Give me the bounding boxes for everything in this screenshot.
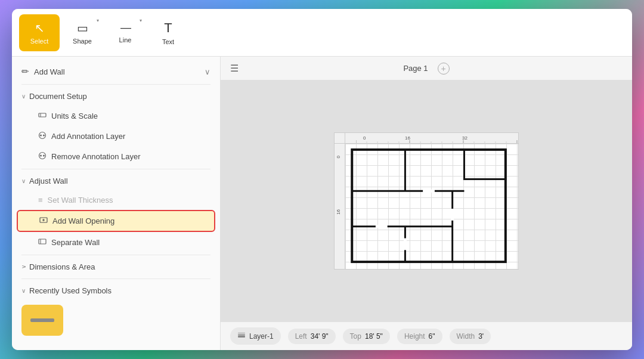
tool-shape[interactable]: ▾ ▭ Shape — [62, 14, 103, 51]
set-wall-thickness-icon: ≡ — [38, 196, 43, 205]
divider-2 — [21, 169, 210, 169]
sidebar-item-separate-wall[interactable]: Separate Wall — [17, 233, 215, 252]
svg-rect-42 — [238, 332, 245, 334]
ruler-left: 0 16 — [335, 144, 345, 269]
dimensions-area-chevron: ∨ — [20, 265, 27, 269]
svg-rect-29 — [352, 150, 506, 262]
add-wall-left: ✏ Add Wall — [21, 66, 65, 77]
width-label: Width — [457, 332, 475, 341]
add-annotation-icon — [38, 131, 47, 141]
section-adjust-wall-header[interactable]: ∨ Adjust Wall — [12, 172, 220, 190]
tool-text[interactable]: T Text — [148, 14, 188, 51]
canvas-area: ☰ Page 1 + 0 16 32 — [221, 57, 632, 350]
left-label: Left — [295, 332, 307, 341]
separate-wall-label: Separate Wall — [51, 238, 100, 247]
tool-line-label: Line — [119, 36, 132, 44]
add-wall-chevron: ∨ — [205, 67, 210, 76]
sidebar-item-units-scale[interactable]: Units & Scale — [17, 106, 215, 126]
top-label: Top — [350, 332, 361, 341]
add-wall-opening-label: Add Wall Opening — [52, 216, 114, 225]
height-label: Height — [404, 332, 425, 341]
main-content: ✏ Add Wall ∨ ∨ Document Setup — [12, 57, 632, 350]
section-adjust-wall-label: Adjust Wall — [29, 177, 68, 185]
shape-dropdown-icon: ▾ — [97, 18, 99, 23]
add-wall-label: Add Wall — [34, 67, 65, 76]
sidebar-item-add-annotation[interactable]: Add Annotation Layer — [17, 126, 215, 146]
section-document-setup-label: Document Setup — [29, 92, 87, 101]
toolbar: ↖ Select ▾ ▭ Shape ▾ — Line T Text — [12, 9, 632, 57]
adjust-wall-chevron: ∨ — [21, 178, 26, 184]
ruler-left-label-0: 0 — [336, 156, 341, 158]
floor-plan-drawing — [345, 144, 518, 269]
status-top: Top 18' 5" — [343, 329, 390, 344]
section-recently-used: ∨ Recently Used Symbols — [12, 281, 220, 336]
status-bar: Layer-1 Left 34' 9" Top 18' 5" Height 6"… — [221, 321, 632, 350]
top-value: 18' 5" — [365, 332, 383, 341]
section-document-setup: ∨ Document Setup Units & Scale — [12, 87, 220, 166]
section-document-setup-header[interactable]: ∨ Document Setup — [12, 87, 220, 106]
layer-name: Layer-1 — [249, 332, 274, 341]
tool-select-label: Select — [30, 38, 49, 45]
divider-3 — [21, 255, 210, 255]
document-setup-chevron: ∨ — [21, 93, 26, 100]
svg-rect-11 — [39, 239, 46, 244]
line-icon: — — [120, 21, 130, 34]
divider-4 — [21, 278, 210, 279]
section-adjust-wall: ∨ Adjust Wall ≡ Set Wall Thickness — [12, 172, 220, 252]
ruler-left-label-16: 16 — [336, 209, 341, 215]
section-recently-used-label: Recently Used Symbols — [29, 286, 112, 295]
section-recently-used-header[interactable]: ∨ Recently Used Symbols — [12, 281, 220, 300]
divider-1 — [21, 84, 210, 85]
sidebar: ✏ Add Wall ∨ ∨ Document Setup — [12, 57, 221, 350]
status-width: Width 3' — [450, 329, 491, 344]
app-window: ↖ Select ▾ ▭ Shape ▾ — Line T Text ✏ Add… — [12, 9, 632, 350]
svg-rect-40 — [238, 336, 245, 338]
svg-rect-0 — [39, 113, 46, 117]
status-left: Left 34' 9" — [288, 329, 336, 344]
remove-annotation-label: Remove Annotation Layer — [51, 152, 141, 161]
width-value: 3' — [478, 332, 484, 341]
tool-select[interactable]: ↖ Select — [19, 14, 60, 51]
canvas-viewport[interactable]: 0 16 32 — [221, 81, 632, 321]
tool-line[interactable]: ▾ — Line — [105, 14, 145, 51]
svg-point-6 — [40, 155, 42, 157]
add-wall-row[interactable]: ✏ Add Wall ∨ — [12, 61, 220, 82]
sidebar-item-set-wall-thickness: ≡ Set Wall Thickness — [17, 191, 215, 209]
remove-annotation-icon — [38, 151, 47, 162]
left-value: 34' 9" — [311, 332, 329, 341]
separate-wall-icon — [38, 237, 47, 247]
layer-selector[interactable]: Layer-1 — [230, 327, 281, 345]
floor-plan-container: 0 16 32 — [334, 132, 519, 270]
status-height: Height 6" — [397, 329, 442, 344]
add-page-button[interactable]: + — [438, 63, 450, 75]
sidebar-item-remove-annotation[interactable]: Remove Annotation Layer — [17, 147, 215, 166]
symbol-thumbnail-inner — [30, 318, 54, 322]
height-value: 6" — [429, 332, 435, 341]
layers-icon — [237, 331, 246, 341]
menu-lines-icon[interactable]: ☰ — [230, 63, 239, 74]
units-scale-icon — [38, 111, 47, 121]
recently-used-chevron: ∨ — [21, 287, 26, 294]
tool-shape-label: Shape — [73, 38, 92, 45]
text-icon: T — [164, 20, 172, 36]
svg-rect-33 — [464, 150, 505, 180]
tool-text-label: Text — [162, 38, 174, 45]
svg-rect-41 — [238, 334, 245, 336]
svg-point-7 — [43, 155, 45, 157]
floor-plan-svg — [345, 144, 518, 269]
svg-point-4 — [43, 135, 45, 137]
shape-icon: ▭ — [77, 21, 88, 35]
units-scale-label: Units & Scale — [51, 112, 98, 120]
set-wall-thickness-label: Set Wall Thickness — [48, 196, 113, 205]
canvas-header: ☰ Page 1 + — [221, 57, 632, 81]
section-dimensions-area-header[interactable]: ∨ Dimensions & Area — [12, 258, 220, 276]
ruler-top: 0 16 32 — [345, 133, 518, 144]
add-annotation-label: Add Annotation Layer — [51, 132, 125, 141]
section-dimensions-area: ∨ Dimensions & Area — [12, 258, 220, 276]
symbol-thumbnail[interactable] — [21, 305, 63, 336]
add-wall-opening-icon — [39, 216, 48, 226]
section-dimensions-area-label: Dimensions & Area — [29, 262, 95, 271]
sidebar-item-add-wall-opening[interactable]: Add Wall Opening — [17, 210, 215, 232]
add-wall-icon: ✏ — [21, 66, 29, 77]
select-icon: ↖ — [35, 21, 45, 35]
